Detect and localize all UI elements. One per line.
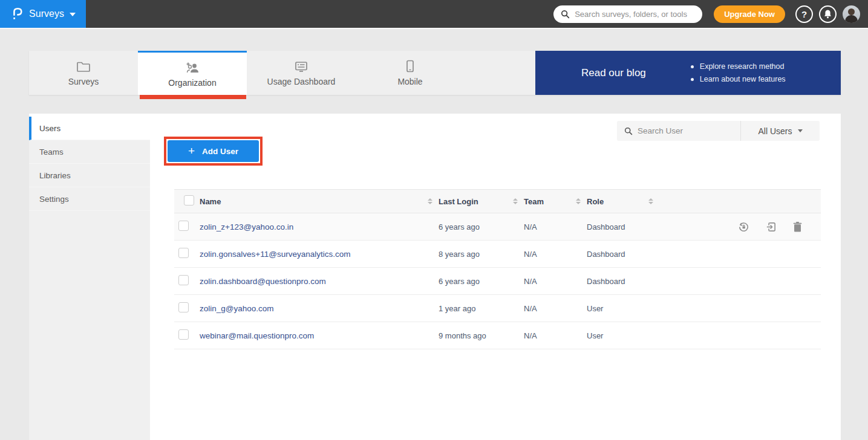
blog-banner-bullets: Explore research method Learn about new … [691,60,786,86]
role-cell: Dashboard [587,268,659,295]
user-list-controls: All Users [617,121,820,141]
sidebar-item-label: Teams [39,147,64,157]
role-cell: Dashboard [587,213,659,241]
sidebar-item-users[interactable]: Users [29,117,150,140]
tab-surveys[interactable]: Surveys [29,51,138,95]
login-as-icon[interactable] [765,221,777,233]
tab-usage-dashboard[interactable]: Usage Dashboard [247,51,356,95]
sidebar-item-label: Libraries [39,171,71,180]
annotation-highlight-box: + Add User [164,137,263,166]
column-header-name[interactable]: Name [200,197,221,206]
row-actions [659,221,821,233]
product-label: Surveys [29,8,64,19]
users-table: Name Last Login Team Role [174,189,821,349]
team-cell: N/A [524,241,587,268]
sidebar-item-teams[interactable]: Teams [29,140,150,164]
role-cell: User [587,295,659,322]
tab-label: Organization [168,78,216,88]
user-email-link[interactable]: zolin_g@yahoo.com [200,304,274,313]
team-cell: N/A [524,295,587,322]
blog-bullet: Explore research method [691,60,786,73]
product-switcher[interactable]: Surveys [0,0,86,28]
row-checkbox[interactable] [178,302,189,312]
user-email-link[interactable]: zolin.gonsalves+11@surveyanalytics.com [200,250,350,259]
user-search-input[interactable] [638,126,716,135]
chevron-down-icon [70,13,76,16]
role-cell: Dashboard [587,241,659,268]
upgrade-now-button[interactable]: Upgrade Now [714,5,785,23]
user-search[interactable] [617,126,740,135]
tab-label: Usage Dashboard [267,77,336,86]
row-checkbox[interactable] [178,221,189,231]
select-all-checkbox[interactable] [184,195,194,205]
section-tabbar: Surveys Organization [29,51,841,95]
global-search-input[interactable] [575,10,695,19]
last-login-cell: 1 year ago [439,295,524,322]
user-email-link[interactable]: webinar@mail.questionpro.com [200,331,314,340]
last-login-cell: 8 years ago [439,241,524,268]
help-button[interactable]: ? [795,5,813,23]
search-icon [624,127,633,135]
column-header-role[interactable]: Role [587,197,604,206]
blog-bullet: Learn about new features [691,73,786,86]
folder-icon [76,59,91,73]
reset-password-icon[interactable] [738,221,749,233]
tab-label: Surveys [68,77,99,86]
sidebar-item-settings[interactable]: Settings [29,187,150,211]
question-mark-icon: ? [801,9,807,19]
role-cell: User [587,322,659,349]
add-person-icon [184,60,201,74]
mobile-icon [406,59,414,73]
sort-icon[interactable] [576,198,581,204]
sidebar-item-label: Settings [39,195,69,204]
last-login-cell: 9 months ago [439,322,524,349]
row-checkbox[interactable] [178,248,189,258]
delete-icon[interactable] [792,221,803,233]
blog-banner[interactable]: Read our blog Explore research method Le… [535,51,841,95]
team-cell: N/A [524,213,587,241]
table-row: zolin_g@yahoo.com 1 year ago N/A User [174,295,821,322]
last-login-cell: 6 years ago [439,268,524,295]
organization-panel: Users Teams Libraries Settings All Users… [29,114,841,440]
sort-icon[interactable] [513,198,518,204]
user-email-link[interactable]: zolin.dashboard@questionpro.com [200,277,326,286]
user-filter-value: All Users [758,126,792,136]
table-row: zolin.gonsalves+11@surveyanalytics.com 8… [174,241,821,268]
column-header-last-login[interactable]: Last Login [439,197,478,206]
sort-icon[interactable] [648,198,653,204]
row-checkbox[interactable] [178,275,189,285]
team-cell: N/A [524,322,587,349]
user-email-link[interactable]: zolin_z+123@yahoo.co.in [200,222,293,231]
last-login-cell: 6 years ago [439,213,524,241]
team-cell: N/A [524,268,587,295]
add-user-label: Add User [202,147,238,156]
top-header: Surveys Upgrade Now ? [0,0,868,28]
add-user-button[interactable]: + Add User [168,140,259,162]
search-icon [561,10,570,19]
sidebar-item-libraries[interactable]: Libraries [29,164,150,187]
table-row: zolin_z+123@yahoo.co.in 6 years ago N/A … [174,213,821,241]
annotation-highlight-underline [140,95,246,99]
table-row: webinar@mail.questionpro.com 9 months ag… [174,322,821,349]
user-filter-dropdown[interactable]: All Users [741,126,820,136]
questionpro-logo-icon [10,6,24,22]
sidebar-item-label: Users [39,124,60,133]
row-checkbox[interactable] [178,329,189,340]
sort-icon[interactable] [428,198,432,204]
notifications-button[interactable] [819,5,837,23]
plus-icon: + [188,145,195,157]
chevron-down-icon [798,129,803,132]
header-divider [0,28,868,29]
table-header-row: Name Last Login Team Role [174,190,821,213]
global-search[interactable] [553,5,702,23]
table-row: zolin.dashboard@questionpro.com 6 years … [174,268,821,295]
tab-organization[interactable]: Organization [138,51,247,95]
bell-icon [823,9,832,19]
column-header-team[interactable]: Team [524,197,544,206]
tab-label: Mobile [397,77,422,86]
tab-mobile[interactable]: Mobile [356,51,465,95]
organization-sidebar: Users Teams Libraries Settings [29,117,150,440]
dashboard-icon [294,59,308,73]
avatar[interactable] [843,5,860,23]
blog-banner-title[interactable]: Read our blog [581,67,646,79]
